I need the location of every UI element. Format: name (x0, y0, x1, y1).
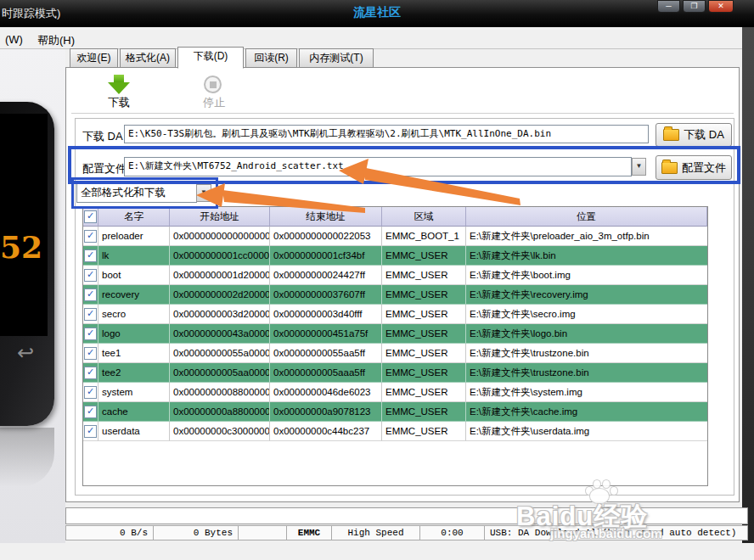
cell-location: E:\新建文件夹\cache.img (466, 402, 707, 422)
table-row[interactable]: ✓ preloader 0x0000000000000000 0x0000000… (83, 227, 707, 246)
da-browse-button[interactable]: 下载 DA (656, 123, 732, 147)
cell-location: E:\新建文件夹\boot.img (466, 266, 707, 285)
cell-start: 0x00000000055a0000 (170, 344, 270, 363)
menu-item-window[interactable]: (W) (2, 31, 26, 48)
row-checkbox[interactable]: ✓ (83, 227, 98, 246)
desktop-right-edge (742, 27, 754, 543)
column-header-location[interactable]: 位置 (466, 207, 707, 227)
screenshot-root: 时跟踪模式) 流星社区 ─ ❐ ✕ (W) 帮助(H) 52 ↩ 欢迎(E) 格… (0, 0, 754, 560)
cell-name: tee1 (98, 344, 170, 363)
checkbox-icon[interactable]: ✓ (84, 230, 97, 243)
column-header-name[interactable]: 名字 (98, 207, 170, 227)
row-checkbox[interactable]: ✓ (83, 344, 98, 363)
checkbox-icon[interactable]: ✓ (84, 347, 97, 360)
tab-readback[interactable]: 回读(R) (245, 48, 297, 68)
tab-download[interactable]: 下载(D) (177, 47, 244, 69)
cell-end: 0x0000000046de6023 (270, 383, 382, 402)
cell-location: E:\新建文件夹\recovery.img (466, 285, 707, 305)
row-checkbox[interactable]: ✓ (83, 285, 98, 305)
toolbar-separator (71, 113, 734, 115)
phone-reflection (0, 428, 54, 487)
tab-format[interactable]: 格式化(A) (120, 48, 176, 68)
scatter-path-combobox[interactable]: E:\新建文件夹\MT6752_Android_scatter.txt (124, 157, 632, 176)
window-titlebar: 时跟踪模式) 流星社区 ─ ❐ ✕ (0, 0, 754, 27)
cell-start: 0x00000000043a0000 (170, 324, 270, 344)
status-bar: 0 B/s 0 Bytes EMMC High Speed 0:00 USB: … (65, 525, 748, 540)
close-button[interactable]: ✕ (708, 0, 734, 13)
row-checkbox[interactable]: ✓ (83, 402, 98, 422)
cell-name: recovery (98, 285, 170, 305)
cell-location: E:\新建文件夹\logo.bin (466, 324, 707, 344)
cell-start: 0x00000000c3000000 (170, 422, 270, 441)
download-mode-dropdown-arrow[interactable]: ▼ (196, 184, 211, 202)
row-checkbox[interactable]: ✓ (83, 305, 98, 324)
download-icon-head[interactable] (108, 82, 130, 94)
cell-start: 0x0000000000000000 (170, 227, 270, 246)
da-path-input[interactable]: E:\K50-T3S刷机包。刷机工具及驱动\MTK刷机工具教程驱动\2.刷机工具… (124, 125, 649, 143)
checkbox-icon[interactable]: ✓ (84, 308, 97, 321)
maximize-button[interactable]: ❐ (683, 0, 706, 13)
checkbox-icon[interactable]: ✓ (84, 367, 97, 379)
status-bytes: 0 Bytes (154, 525, 239, 540)
minimize-button[interactable]: ─ (657, 0, 680, 13)
table-row[interactable]: ✓ system 0x0000000008800000 0x0000000046… (83, 383, 707, 402)
table-row[interactable]: ✓ cache 0x00000000a8800000 0x00000000a90… (83, 402, 707, 422)
table-row[interactable]: ✓ lk 0x0000000001cc0000 0x0000000001cf34… (83, 246, 707, 266)
desktop-left-area: 52 ↩ (0, 49, 65, 543)
checkbox-icon[interactable]: ✓ (84, 288, 97, 301)
cell-region: EMMC_BOOT_1 (382, 227, 466, 246)
status-time: 0:00 (420, 525, 485, 540)
cell-name: boot (98, 266, 170, 285)
tab-welcome[interactable]: 欢迎(E) (70, 48, 118, 68)
table-row[interactable]: ✓ tee2 0x0000000005aa0000 0x0000000005aa… (83, 363, 707, 383)
partition-table-body: ✓ preloader 0x0000000000000000 0x0000000… (83, 227, 707, 441)
column-header-start[interactable]: 开始地址 (170, 207, 270, 227)
checkbox-icon[interactable]: ✓ (84, 406, 97, 418)
table-row[interactable]: ✓ tee1 0x00000000055a0000 0x00000000055a… (83, 344, 707, 363)
cell-region: EMMC_USER (382, 422, 466, 441)
row-checkbox[interactable]: ✓ (83, 324, 98, 344)
checkbox-icon[interactable]: ✓ (84, 249, 97, 262)
cell-region: EMMC_USER (382, 324, 466, 344)
partition-table: ✓ 名字 开始地址 结束地址 区域 位置 ✓ preloader 0x00000… (82, 206, 708, 486)
cell-location: E:\新建文件夹\userdata.img (466, 422, 707, 441)
phone-screen (0, 114, 48, 336)
cell-end: 0x0000000001cf34bf (270, 246, 382, 266)
status-blank (239, 525, 287, 540)
cell-region: EMMC_USER (382, 383, 466, 402)
checkbox-icon[interactable]: ✓ (84, 328, 97, 340)
status-speed: 0 B/s (65, 525, 154, 540)
checkbox-icon[interactable]: ✓ (84, 269, 97, 282)
menu-item-help[interactable]: 帮助(H) (34, 31, 78, 50)
cell-start: 0x0000000005aa0000 (170, 363, 270, 383)
table-row[interactable]: ✓ userdata 0x00000000c3000000 0x00000000… (83, 422, 707, 441)
row-checkbox[interactable]: ✓ (83, 383, 98, 402)
scatter-browse-button[interactable]: 配置文件 (656, 155, 732, 180)
cell-region: EMMC_USER (382, 266, 466, 285)
row-checkbox[interactable]: ✓ (83, 246, 98, 266)
folder-icon (663, 129, 679, 141)
table-row[interactable]: ✓ boot 0x0000000001d20000 0x000000000244… (83, 266, 707, 285)
table-row[interactable]: ✓ secro 0x0000000003d20000 0x0000000003d… (83, 305, 707, 324)
column-header-end[interactable]: 结束地址 (270, 207, 382, 227)
checkbox-icon[interactable]: ✓ (84, 425, 97, 438)
row-checkbox[interactable]: ✓ (83, 363, 98, 383)
table-row[interactable]: ✓ recovery 0x0000000002d20000 0x00000000… (83, 285, 707, 305)
row-checkbox[interactable]: ✓ (83, 266, 98, 285)
cell-end: 0x00000000c44bc237 (270, 422, 382, 441)
select-all-checkbox[interactable]: ✓ (83, 207, 98, 227)
tab-memory-test[interactable]: 内存测试(T) (299, 48, 374, 68)
table-row[interactable]: ✓ logo 0x00000000043a0000 0x000000000451… (83, 324, 707, 344)
download-mode-combobox[interactable]: 全部格式化和下载 (76, 183, 197, 203)
da-field-label: 下载 DA (82, 129, 123, 144)
cell-region: EMMC_USER (382, 285, 466, 305)
checkbox-icon[interactable]: ✓ (84, 386, 97, 399)
scatter-dropdown-arrow[interactable]: ▼ (632, 158, 646, 176)
checkbox-icon[interactable]: ✓ (84, 210, 97, 223)
column-header-region[interactable]: 区域 (382, 207, 466, 227)
download-icon[interactable] (114, 75, 124, 82)
cell-location: E:\新建文件夹\preloader_aio_3m_otfp.bin (466, 227, 707, 246)
row-checkbox[interactable]: ✓ (83, 422, 98, 441)
download-action-label[interactable]: 下载 (93, 95, 144, 110)
status-usb-mode: USB: DA Download All(high speed auto det… (485, 525, 748, 540)
